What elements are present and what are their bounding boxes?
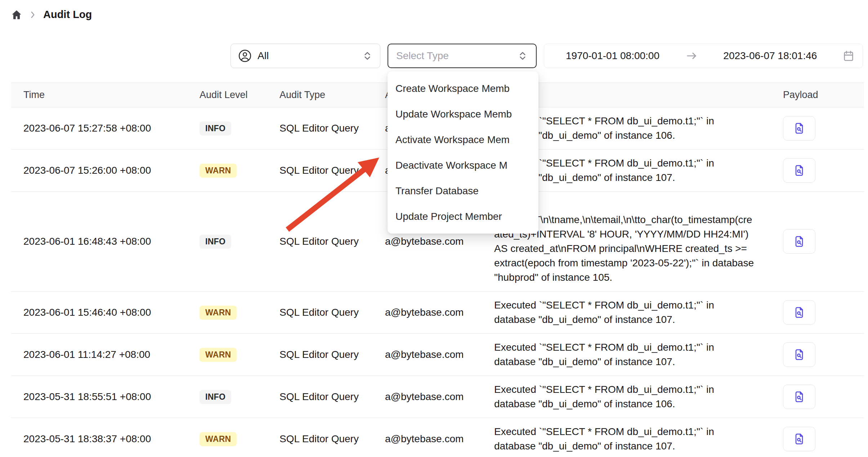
time-cell: 2023-05-31 18:38:37 +08:00 xyxy=(23,433,200,445)
type-dropdown: Create Workspace Memb Update Workspace M… xyxy=(388,71,538,234)
payload-button[interactable] xyxy=(783,300,815,325)
table-row: 2023-05-31 18:38:37 +08:00 WARN SQL Edit… xyxy=(11,418,864,457)
time-cell: 2023-06-07 15:27:58 +08:00 xyxy=(23,123,200,134)
type-option-label: Update Project Member xyxy=(395,211,502,222)
breadcrumb: Audit Log xyxy=(11,9,92,21)
date-range-picker[interactable]: 1970-01-01 08:00:00 2023-06-07 18:01:46 xyxy=(544,44,863,68)
actor-cell: a@bytebase.com xyxy=(385,433,494,445)
type-option[interactable]: Activate Workspace Mem xyxy=(388,127,538,152)
comment-cell: Executed `"SELECT * FROM db_ui_demo.t1;"… xyxy=(494,376,757,418)
comment-cell: Executed `"SELECT * FROM db_ui_demo.t1;"… xyxy=(494,292,757,333)
payload-file-icon xyxy=(793,235,806,248)
calendar-icon[interactable] xyxy=(842,50,855,62)
type-option[interactable]: Create Workspace Memb xyxy=(388,76,538,101)
table-row: 2023-06-01 11:14:27 +08:00 WARN SQL Edit… xyxy=(11,334,864,376)
home-icon[interactable] xyxy=(11,9,22,21)
comment-cell: Executed `"SELECT * FROM db_ui_demo.t1;"… xyxy=(494,334,757,376)
table-row: 2023-06-01 15:46:40 +08:00 WARN SQL Edit… xyxy=(11,292,864,334)
type-option-label: Deactivate Workspace M xyxy=(395,160,507,171)
time-cell: 2023-05-31 18:55:51 +08:00 xyxy=(23,391,200,403)
type-option-label: Transfer Database xyxy=(395,185,479,197)
payload-button[interactable] xyxy=(783,158,815,183)
type-option-label: Activate Workspace Mem xyxy=(395,134,510,146)
arrow-right-icon xyxy=(685,49,698,62)
payload-button[interactable] xyxy=(783,385,815,409)
payload-file-icon xyxy=(793,348,806,361)
selector-icon xyxy=(517,50,528,61)
audit-type-cell: SQL Editor Query xyxy=(279,165,385,176)
selector-icon xyxy=(362,50,373,61)
type-option[interactable]: Transfer Database xyxy=(388,178,538,204)
type-option-label: Create Workspace Memb xyxy=(395,83,510,94)
audit-type-cell: SQL Editor Query xyxy=(279,236,385,247)
header-time: Time xyxy=(23,89,200,101)
audit-level-badge: INFO xyxy=(200,235,231,249)
person-circle-icon xyxy=(238,49,252,63)
header-level: Audit Level xyxy=(200,89,279,101)
audit-level-badge: WARN xyxy=(200,306,237,320)
date-range-end: 2023-06-07 18:01:46 xyxy=(723,50,817,62)
time-cell: 2023-06-01 15:46:40 +08:00 xyxy=(23,307,200,318)
header-payload: Payload xyxy=(757,89,864,101)
audit-type-cell: SQL Editor Query xyxy=(279,349,385,360)
type-filter-select[interactable]: Select Type xyxy=(388,44,537,68)
audit-level-badge: WARN xyxy=(200,432,237,446)
actor-cell: a@bytebase.com xyxy=(385,391,494,403)
actor-cell: a@bytebase.com xyxy=(385,236,494,247)
audit-type-cell: SQL Editor Query xyxy=(279,123,385,134)
payload-file-icon xyxy=(793,122,806,135)
type-option[interactable]: Update Project Member xyxy=(388,204,538,229)
page-title: Audit Log xyxy=(43,9,92,21)
date-range-start: 1970-01-01 08:00:00 xyxy=(566,50,659,62)
payload-file-icon xyxy=(793,306,806,319)
payload-file-icon xyxy=(793,390,806,403)
payload-button[interactable] xyxy=(783,229,815,254)
comment-cell: Executed `"SELECT * FROM db_ui_demo.t1;"… xyxy=(494,418,757,457)
time-cell: 2023-06-01 11:14:27 +08:00 xyxy=(23,349,200,360)
time-cell: 2023-06-01 16:48:43 +08:00 xyxy=(23,236,200,247)
audit-level-badge: WARN xyxy=(200,164,237,178)
audit-type-cell: SQL Editor Query xyxy=(279,433,385,445)
chevron-right-icon xyxy=(28,10,37,19)
audit-type-cell: SQL Editor Query xyxy=(279,391,385,403)
audit-level-badge: INFO xyxy=(200,121,231,136)
payload-button[interactable] xyxy=(783,342,815,367)
payload-button[interactable] xyxy=(783,427,815,451)
type-option[interactable]: Deactivate Workspace M xyxy=(388,152,538,178)
actor-cell: a@bytebase.com xyxy=(385,349,494,360)
audit-level-badge: INFO xyxy=(200,390,231,404)
audit-type-cell: SQL Editor Query xyxy=(279,307,385,318)
audit-level-badge: WARN xyxy=(200,348,237,362)
time-cell: 2023-06-07 15:26:00 +08:00 xyxy=(23,165,200,176)
table-row: 2023-05-31 18:55:51 +08:00 INFO SQL Edit… xyxy=(11,376,864,418)
payload-file-icon xyxy=(793,164,806,177)
actor-filter-select[interactable]: All xyxy=(231,44,380,68)
actor-cell: a@bytebase.com xyxy=(385,307,494,318)
header-type: Audit Type xyxy=(279,89,385,101)
payload-button[interactable] xyxy=(783,116,815,141)
payload-file-icon xyxy=(793,432,806,445)
type-option-label: Update Workspace Memb xyxy=(395,108,512,120)
actor-filter-value: All xyxy=(258,50,269,62)
type-filter-placeholder: Select Type xyxy=(396,50,449,62)
type-option[interactable]: Update Workspace Memb xyxy=(388,101,538,127)
